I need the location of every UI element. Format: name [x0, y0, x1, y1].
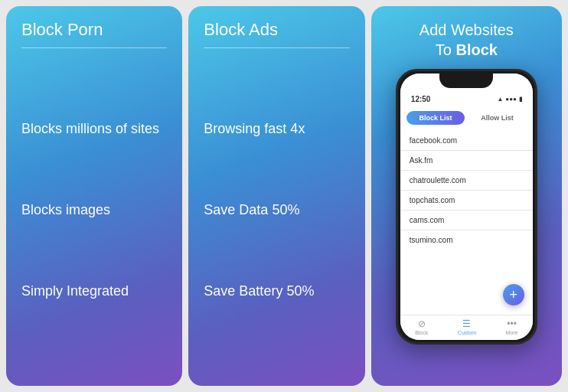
list-item: tsumino.com — [400, 230, 533, 250]
list-item: cams.com — [400, 211, 533, 230]
list-item: chatroulette.com — [400, 171, 533, 191]
custom-nav-icon: ☰ — [462, 318, 471, 329]
more-nav-icon: ••• — [507, 318, 517, 329]
nav-more[interactable]: ••• More — [506, 318, 518, 335]
feature-3: Simply Integrated — [21, 283, 167, 299]
nav-block-label: Block — [415, 330, 428, 335]
ads-feature-1: Browsing fast 4x — [204, 121, 349, 137]
nav-custom-label: Custom — [458, 330, 476, 335]
nav-custom[interactable]: ☰ Custom — [458, 318, 476, 335]
list-item: topchats.com — [400, 191, 533, 211]
block-list-tab[interactable]: Block List — [406, 111, 465, 125]
block-porn-features: Blocks millions of sites Blocks images S… — [21, 48, 167, 372]
ads-feature-2: Save Data 50% — [204, 202, 349, 218]
phone-tabs: Block List Allow List — [400, 106, 533, 128]
battery-icon: ▮ — [519, 96, 522, 103]
nav-block[interactable]: ⊘ Block — [415, 318, 428, 335]
block-porn-title: Block Porn — [21, 20, 167, 40]
list-item: Ask.fm — [400, 151, 533, 171]
phone-screen: 12:50 ▲ ●●● ▮ Block List Allow List face… — [400, 74, 533, 340]
phone-mockup: 12:50 ▲ ●●● ▮ Block List Allow List face… — [396, 69, 537, 345]
bottom-nav: ⊘ Block ☰ Custom ••• More — [400, 315, 533, 340]
status-icons: ▲ ●●● ▮ — [497, 96, 521, 103]
list-item: facebook.com — [400, 131, 533, 151]
allow-list-tab[interactable]: Allow List — [468, 111, 527, 125]
block-ads-features: Browsing fast 4x Save Data 50% Save Batt… — [204, 48, 349, 372]
add-websites-card: Add Websites To Block 12:50 ▲ ●●● ▮ Bloc… — [371, 6, 562, 386]
phone-notch — [439, 71, 493, 88]
block-nav-icon: ⊘ — [418, 318, 426, 329]
nav-more-label: More — [506, 330, 518, 335]
feature-2: Blocks images — [21, 202, 167, 218]
ads-feature-3: Save Battery 50% — [204, 283, 349, 299]
add-website-fab[interactable]: + — [503, 284, 524, 305]
wifi-icon: ▲ — [497, 96, 503, 103]
block-ads-title: Block Ads — [204, 20, 349, 40]
feature-1: Blocks millions of sites — [21, 121, 167, 137]
block-ads-card: Block Ads Browsing fast 4x Save Data 50%… — [188, 6, 364, 386]
signal-icon: ●●● — [505, 96, 517, 103]
status-time: 12:50 — [411, 95, 431, 103]
add-websites-title: Add Websites To Block — [419, 20, 514, 60]
block-porn-card: Block Porn Blocks millions of sites Bloc… — [6, 6, 182, 386]
